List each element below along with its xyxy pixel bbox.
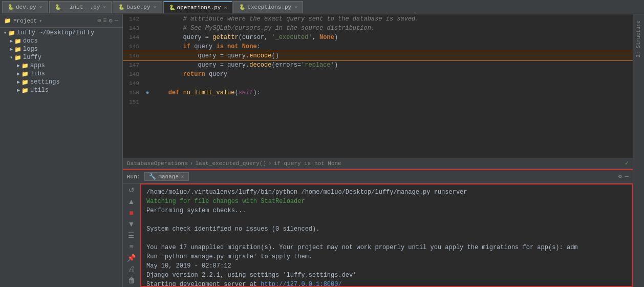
tree-apps[interactable]: ▶ 📁 apps	[0, 61, 122, 70]
python-icon: 🐍	[118, 4, 124, 10]
tree-logs[interactable]: ▶ 📁 logs	[0, 45, 122, 53]
file-tree: ▾ 📁 luffy ~/Desktop/luffy ▶ 📁 docs ▶ 📁 l…	[0, 28, 122, 95]
editor-right-controls: ✓	[625, 159, 629, 167]
run-panel: Run: 🔧 manage ✕ ⚙ — ↺ ▲ ■ ▼ ☰	[123, 169, 633, 287]
run-scroll-up-button[interactable]: ▲	[127, 197, 136, 206]
run-stop-button[interactable]: ■	[128, 208, 134, 217]
tab-bar: 🐍 dev.py ✕ 🐍 __init__.py ✕ 🐍 base.py ✕ 🐍…	[0, 0, 644, 14]
code-editor[interactable]: 142 # attribute where the exact query se…	[123, 14, 633, 158]
run-sidebar: ↺ ▲ ■ ▼ ☰ ≡ 📌 🖨 🗑	[123, 183, 140, 287]
tab-exceptions-py[interactable]: 🐍 exceptions.py ✕	[233, 1, 303, 13]
collapse-icon[interactable]: ≡	[103, 17, 106, 25]
output-line-9: May 10, 2019 - 02:07:12	[146, 261, 627, 271]
run-print-button[interactable]: 🖨	[127, 264, 136, 274]
editor-area: 142 # attribute where the exact query se…	[123, 14, 633, 287]
output-line-11: Starting development server at http://12…	[146, 280, 627, 287]
output-line-8: Run 'python manage.py migrate' to apply …	[146, 252, 627, 261]
tab-dev-py[interactable]: 🐍 dev.py ✕	[2, 1, 48, 13]
run-content: ↺ ▲ ■ ▼ ☰ ≡ 📌 🖨 🗑 /home/moluo/.virtualen…	[123, 183, 633, 287]
tab-base-py[interactable]: 🐍 base.py ✕	[113, 1, 162, 13]
run-header-right: ⚙ —	[618, 173, 629, 180]
tab-close-dev[interactable]: ✕	[39, 4, 42, 10]
code-line-144: 144 query = getattr(cursor, '_executed',…	[123, 33, 633, 42]
run-pin-button[interactable]: 📌	[126, 253, 137, 262]
code-lines: 142 # attribute where the exact query se…	[123, 14, 633, 107]
output-line-7: You have 17 unapplied migration(s). Your…	[146, 243, 627, 252]
code-line-143: 143 # See MySQLdb/cursors.py in the sour…	[123, 24, 633, 33]
run-list-button[interactable]: ☰	[127, 231, 136, 240]
tree-settings[interactable]: ▶ 📁 settings	[0, 78, 122, 86]
code-line-151: 151	[123, 97, 633, 107]
output-line-5: System check identified no issues (0 sil…	[146, 224, 627, 234]
sidebar-header: 📁 Project ▾ ⊕ ≡ ⚙ —	[0, 14, 122, 28]
output-line-4	[146, 215, 627, 224]
run-header: Run: 🔧 manage ✕ ⚙ —	[123, 170, 633, 183]
tab-close-exceptions[interactable]: ✕	[294, 4, 297, 10]
run-tab-close[interactable]: ✕	[181, 173, 184, 180]
run-minimize-icon[interactable]: —	[625, 173, 629, 180]
tab-close-init[interactable]: ✕	[103, 4, 106, 10]
sidebar-header-icons: ⊕ ≡ ⚙ —	[97, 17, 118, 25]
tab-init-py[interactable]: 🐍 __init__.py ✕	[49, 1, 112, 13]
run-restart-button[interactable]: ↺	[127, 186, 136, 195]
checkmark-icon: ✓	[625, 159, 629, 167]
run-scroll-down-button[interactable]: ▼	[127, 219, 136, 229]
python-icon: 🐍	[55, 4, 61, 10]
tab-close-operations[interactable]: ✕	[224, 5, 227, 11]
sidebar-title: 📁 Project ▾	[4, 17, 42, 24]
code-line-142: 142 # attribute where the exact query se…	[123, 14, 633, 24]
python-icon: 🐍	[8, 4, 14, 10]
structure-tab[interactable]: 2: Structure	[633, 14, 644, 287]
tree-luffy[interactable]: ▾ 📁 luffy	[0, 53, 122, 61]
server-url-link[interactable]: http://127.0.0.1:8000/	[261, 281, 341, 287]
code-line-149: 149	[123, 79, 633, 88]
tree-root[interactable]: ▾ 📁 luffy ~/Desktop/luffy	[0, 29, 122, 37]
output-line-2: Watching for file changes with StatReloa…	[146, 197, 627, 206]
code-line-148: 148 return query	[123, 70, 633, 79]
output-line-1: /home/moluo/.virtualenvs/luffy/bin/pytho…	[146, 188, 627, 197]
output-line-3: Performing system checks...	[146, 206, 627, 215]
run-output[interactable]: /home/moluo/.virtualenvs/luffy/bin/pytho…	[140, 183, 633, 287]
sidebar: 📁 Project ▾ ⊕ ≡ ⚙ — ▾ 📁 luffy ~/Desktop/…	[0, 14, 123, 287]
locate-icon[interactable]: ⊕	[97, 17, 101, 25]
settings-icon[interactable]: ⚙	[109, 17, 113, 25]
run-tab-icon: 🔧	[149, 173, 156, 180]
breadcrumb: DatabaseOperations › last_executed_query…	[123, 158, 633, 169]
code-line-146: 146 query = query.encode()	[123, 51, 633, 60]
python-icon: 🐍	[169, 5, 175, 11]
tab-close-base[interactable]: ✕	[154, 4, 157, 10]
code-line-147: 147 query = query.decode(errors='replace…	[123, 60, 633, 70]
run-filter-button[interactable]: ≡	[128, 242, 134, 251]
run-gear-icon[interactable]: ⚙	[618, 173, 622, 180]
tree-docs[interactable]: ▶ 📁 docs	[0, 37, 122, 45]
output-line-6	[146, 234, 627, 243]
run-tab-manage[interactable]: 🔧 manage ✕	[144, 172, 188, 181]
python-icon: 🐍	[239, 4, 245, 10]
tree-libs[interactable]: ▶ 📁 libs	[0, 70, 122, 78]
run-delete-button[interactable]: 🗑	[127, 276, 136, 285]
code-line-145: 145 if query is not None:	[123, 42, 633, 51]
code-line-150: 150 ● def no_limit_value(self):	[123, 88, 633, 97]
tab-operations-py[interactable]: 🐍 operations.py ✕	[163, 1, 233, 13]
main-area: 📁 Project ▾ ⊕ ≡ ⚙ — ▾ 📁 luffy ~/Desktop/…	[0, 14, 644, 287]
output-line-10: Django version 2.2.1, using settings 'lu…	[146, 271, 627, 280]
tree-utils[interactable]: ▶ 📁 utils	[0, 86, 122, 94]
minimize-icon[interactable]: —	[115, 17, 118, 25]
